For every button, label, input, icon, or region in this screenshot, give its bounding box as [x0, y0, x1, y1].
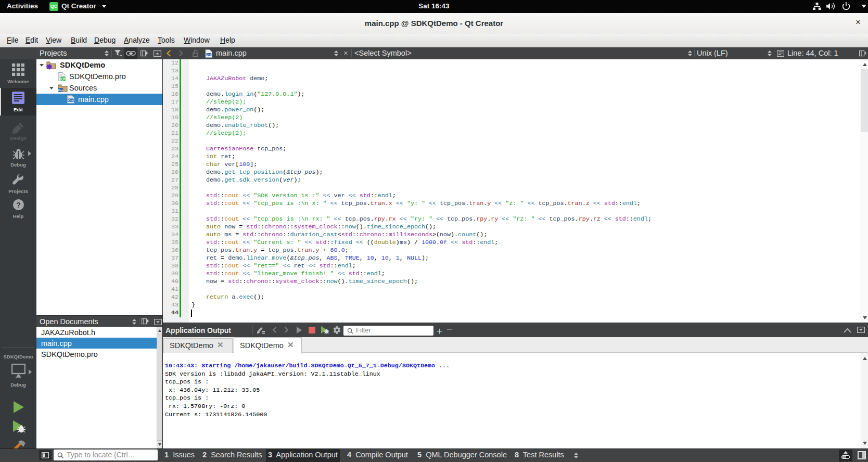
svg-text:C++: C++	[206, 53, 211, 56]
svg-text:C++: C++	[58, 88, 63, 92]
svg-text:?: ?	[16, 201, 21, 209]
svg-text:Qt: Qt	[61, 77, 65, 81]
svg-text:C++: C++	[68, 99, 73, 102]
